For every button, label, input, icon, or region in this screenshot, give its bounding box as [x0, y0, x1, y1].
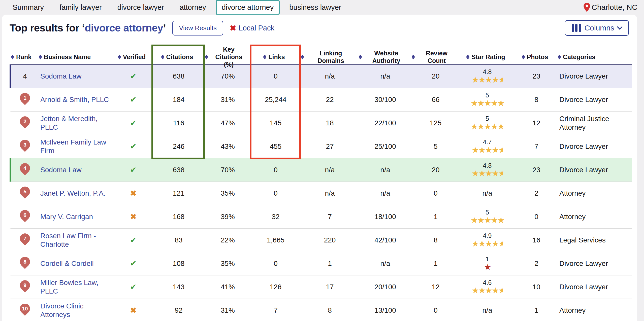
verified-cell: ✔ — [114, 112, 152, 135]
key-citations-cell: 22% — [205, 229, 250, 252]
rank-pin-icon: 2 — [18, 114, 32, 129]
half-star-icon: ★ — [498, 76, 503, 84]
rank-cell: 4 — [11, 158, 39, 182]
categories-cell: Divorce Lawyer — [558, 275, 632, 299]
rank-pin-icon: 1 — [18, 91, 32, 105]
business-name-link[interactable]: Cordell & Cordell — [40, 259, 94, 268]
star-rating-value: n/a — [482, 190, 492, 197]
business-name-link[interactable]: Miller Bowles Law, PLLC — [40, 278, 113, 296]
business-name-link[interactable]: McIlveen Family Law Firm — [40, 138, 113, 155]
rank-pin-icon: 6 — [18, 208, 32, 222]
half-star-icon: ★ — [498, 286, 503, 295]
business-name-cell: Sodoma Law — [39, 158, 114, 182]
star-rating: 5★★★★★ — [471, 209, 504, 224]
star-rating: 4.9★★★★★ — [472, 233, 503, 248]
citations-cell: 121 — [152, 182, 205, 205]
rank-cell: 4 — [11, 65, 39, 88]
categories-cell: Attorney — [558, 299, 632, 321]
categories-cell: Attorney — [558, 182, 632, 205]
business-name-link[interactable]: Rosen Law Firm - Charlotte — [40, 232, 113, 249]
tab-divorce-attorney[interactable]: divorce attorney — [216, 0, 280, 15]
citations-cell: 638 — [152, 158, 205, 182]
star-rating-cell: n/a — [460, 299, 515, 321]
business-name-link[interactable]: Sodoma Law — [40, 72, 81, 81]
citations-cell: 168 — [152, 205, 205, 228]
website-authority-cell: 30/100 — [359, 88, 412, 111]
local-pack-toggle[interactable]: ✖ Local Pack — [230, 24, 274, 32]
categories-cell: Divorce Lawyer — [558, 88, 632, 111]
citations-cell: 638 — [152, 65, 205, 88]
location-indicator[interactable]: Charlotte, NC — [584, 3, 637, 12]
categories-cell: Criminal Justice Attorney — [558, 112, 632, 135]
key-citations-cell: 35% — [205, 252, 250, 275]
tab-summary[interactable]: Summary — [7, 0, 50, 15]
query-text: divorce attorney — [85, 22, 163, 34]
website-authority-cell: n/a — [359, 158, 412, 182]
tab-family-lawyer[interactable]: family lawyer — [53, 0, 108, 15]
table-row: 9Miller Bowles Law, PLLC✔14341%1261720/1… — [10, 275, 632, 299]
table-row: 4Sodoma Law✔63870%0n/an/a204.8★★★★★23Div… — [10, 158, 632, 182]
verified-check-icon: ✔ — [130, 283, 137, 291]
rank-pin-number: 2 — [20, 116, 30, 126]
tab-business-lawyer[interactable]: business lawyer — [283, 0, 347, 15]
photos-cell: 2 — [515, 182, 558, 205]
column-header-label: Verified — [123, 53, 146, 61]
business-name-link[interactable]: Jetton & Meredith, PLLC — [40, 115, 113, 132]
rank-cell: 1 — [11, 88, 39, 111]
links-cell: 455 — [250, 135, 301, 158]
rank-pin-number: 10 — [20, 304, 30, 314]
columns-button[interactable]: Columns — [565, 20, 629, 36]
local-pack-x-icon: ✖ — [230, 24, 236, 32]
business-name-link[interactable]: Divorce Clinic Attorneys — [40, 302, 113, 319]
linking-domains-cell: n/a — [301, 65, 359, 88]
verified-cell: ✔ — [114, 229, 152, 252]
rank-cell: 8 — [11, 252, 39, 275]
star-rating-cell: 4.8★★★★★ — [460, 65, 515, 88]
business-name-link[interactable]: Sodoma Law — [40, 166, 81, 174]
links-cell: 145 — [250, 112, 301, 135]
verified-check-icon: ✔ — [130, 259, 137, 268]
rank-pin-number: 7 — [20, 233, 30, 243]
review-count-cell: 12 — [412, 275, 460, 299]
business-name-link[interactable]: Janet P. Welton, P.A. — [40, 189, 105, 198]
review-count-cell: 8 — [412, 229, 460, 252]
linking-domains-cell: 1 — [301, 252, 359, 275]
verified-cell: ✔ — [114, 158, 152, 182]
half-star-icon: ★ — [498, 169, 503, 177]
business-name-link[interactable]: Mary V. Carrigan — [40, 212, 93, 221]
key-citations-cell: 70% — [205, 65, 250, 88]
view-results-button[interactable]: View Results — [172, 21, 223, 35]
star-rating-cell: n/a — [460, 182, 515, 205]
business-name-cell: McIlveen Family Law Firm — [39, 135, 114, 158]
citations-cell: 92 — [152, 299, 205, 321]
keyword-tabs: Summaryfamily lawyerdivorce lawyerattorn… — [7, 0, 347, 15]
categories-cell: Divorce Lawyer — [558, 65, 632, 88]
rank-cell: 7 — [11, 229, 39, 252]
stars-icon: ★★★★★ — [472, 239, 503, 248]
business-name-cell: Janet P. Welton, P.A. — [39, 182, 114, 205]
business-name-link[interactable]: Arnold & Smith, PLLC — [40, 95, 109, 104]
verified-check-icon: ✔ — [130, 142, 137, 151]
rank-pin-number: 4 — [20, 163, 30, 173]
verified-cell: ✔ — [114, 65, 152, 88]
key-citations-cell: 43% — [205, 135, 250, 158]
sort-icon — [118, 55, 121, 59]
sort-icon — [522, 55, 525, 59]
star-rating-value: 4.8 — [483, 69, 492, 75]
column-header-label: Links — [268, 53, 285, 61]
rank-pin-number: 5 — [20, 187, 30, 197]
verified-cell: ✔ — [114, 275, 152, 299]
tab-divorce-lawyer[interactable]: divorce lawyer — [111, 0, 170, 15]
rank-cell: 9 — [11, 275, 39, 299]
column-header-label: Citations — [166, 53, 193, 61]
business-name-cell: Rosen Law Firm - Charlotte — [39, 229, 114, 252]
star-rating-cell: 4.7★★★★★ — [460, 135, 515, 158]
verified-check-icon: ✔ — [130, 236, 137, 244]
photos-cell: 23 — [515, 158, 558, 182]
website-authority-cell: 13/100 — [359, 299, 412, 321]
column-header-label: Website Authority — [364, 49, 409, 64]
categories-cell: Divorce Lawyer — [558, 135, 632, 158]
tab-attorney[interactable]: attorney — [174, 0, 212, 15]
website-authority-cell: 20/100 — [359, 275, 412, 299]
business-name-cell: Arnold & Smith, PLLC — [39, 88, 114, 111]
